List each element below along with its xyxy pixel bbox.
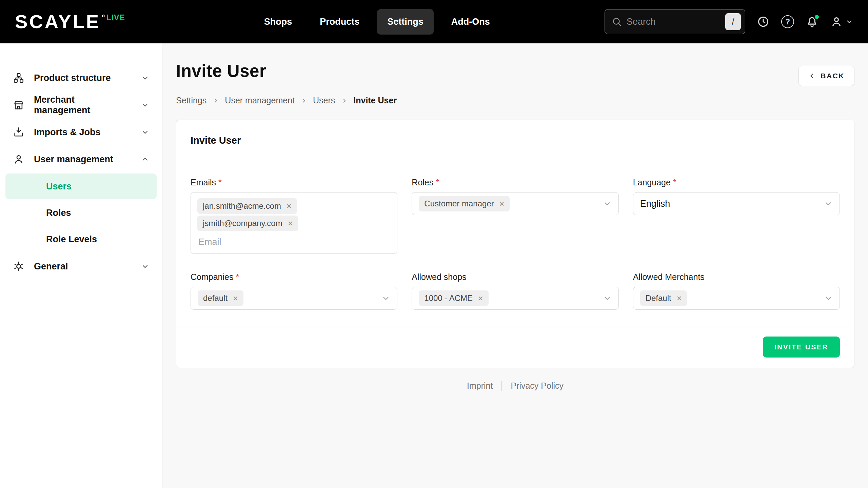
- chevron-right-icon: [213, 98, 219, 104]
- chevron-down-icon: [846, 18, 853, 25]
- email-chip: jan.smith@acme.com ×: [197, 198, 297, 214]
- sidebar-item-role-levels[interactable]: Role Levels: [5, 226, 157, 252]
- company-chip: default ×: [198, 290, 243, 306]
- roles-select[interactable]: Customer manager ×: [412, 192, 618, 215]
- language-label: Language*: [633, 178, 840, 187]
- sidebar-item-roles[interactable]: Roles: [5, 200, 157, 226]
- invite-user-button[interactable]: INVITE USER: [763, 337, 840, 358]
- main-nav: Shops Products Settings Add-Ons: [254, 9, 500, 35]
- main-content: Invite User BACK Settings User managemen…: [162, 43, 868, 488]
- sidebar-item-label: User management: [34, 154, 113, 165]
- logo-degree-icon: °: [102, 13, 105, 22]
- chevron-down-icon: [141, 262, 149, 270]
- chevron-down-icon: [141, 128, 149, 136]
- chevron-down-icon: [824, 199, 833, 208]
- account-menu[interactable]: [830, 15, 853, 28]
- legal-footer: Imprint Privacy Policy: [176, 381, 854, 391]
- breadcrumb-users[interactable]: Users: [313, 96, 335, 105]
- card-title: Invite User: [176, 120, 854, 161]
- required-marker: *: [218, 178, 222, 187]
- companies-field: Companies* default ×: [191, 272, 397, 310]
- role-chip-label: Customer manager: [424, 199, 494, 208]
- merchant-chip: Default ×: [640, 290, 687, 306]
- email-chip-label: jan.smith@acme.com: [203, 201, 281, 211]
- settings-sidebar: Product structure Merchant management Im…: [0, 43, 162, 488]
- global-search[interactable]: /: [605, 9, 745, 34]
- roles-label: Roles*: [412, 178, 618, 187]
- nav-settings[interactable]: Settings: [377, 9, 434, 35]
- chevron-down-icon: [603, 294, 612, 303]
- language-field: Language* English: [633, 178, 840, 254]
- breadcrumb-current: Invite User: [353, 96, 397, 105]
- question-mark-glyph: ?: [785, 18, 790, 26]
- page-title: Invite User: [176, 61, 266, 81]
- chevron-down-icon: [381, 294, 390, 303]
- chevron-right-icon: [301, 98, 307, 104]
- chevron-down-icon: [603, 199, 612, 208]
- search-icon: [612, 17, 622, 27]
- history-icon[interactable]: [757, 15, 770, 28]
- merchant-chip-label: Default: [646, 293, 671, 303]
- sidebar-item-merchant-management[interactable]: Merchant management: [0, 92, 162, 119]
- allowed-shops-label: Allowed shops: [412, 272, 618, 282]
- language-select[interactable]: English: [633, 192, 840, 215]
- allowed-merchants-field: Allowed Merchants Default ×: [633, 272, 840, 310]
- remove-icon[interactable]: ×: [288, 219, 293, 228]
- search-shortcut-hint: /: [725, 13, 741, 30]
- required-marker: *: [673, 178, 676, 187]
- language-value: English: [640, 199, 670, 209]
- import-icon: [13, 126, 24, 138]
- allowed-merchants-label: Allowed Merchants: [633, 272, 840, 282]
- sidebar-item-user-management[interactable]: User management: [0, 146, 162, 173]
- sidebar-item-label: Imports & Jobs: [34, 127, 101, 138]
- imprint-link[interactable]: Imprint: [467, 381, 493, 391]
- nav-products[interactable]: Products: [310, 9, 370, 35]
- logo-text: SCAYLE: [15, 12, 100, 31]
- emails-label: Emails*: [191, 178, 397, 187]
- search-input[interactable]: [627, 17, 721, 27]
- sidebar-item-users[interactable]: Users: [5, 174, 157, 199]
- help-icon[interactable]: ?: [781, 15, 794, 28]
- privacy-policy-link[interactable]: Privacy Policy: [511, 381, 564, 391]
- notifications-icon[interactable]: [806, 15, 818, 28]
- allowed-merchants-select[interactable]: Default ×: [633, 287, 840, 310]
- sidebar-item-product-structure[interactable]: Product structure: [0, 64, 162, 92]
- chevron-up-icon: [141, 155, 149, 163]
- help-circle: ?: [781, 15, 794, 28]
- companies-select[interactable]: default ×: [191, 287, 397, 310]
- emails-field: Emails* jan.smith@acme.com × jsmith@comp…: [191, 178, 397, 254]
- scayle-logo[interactable]: SCAYLE ° LIVE: [15, 12, 125, 31]
- user-avatar-icon: [830, 15, 843, 28]
- nav-shops[interactable]: Shops: [254, 9, 302, 35]
- roles-field: Roles* Customer manager ×: [412, 178, 618, 254]
- remove-icon[interactable]: ×: [677, 294, 682, 303]
- nav-addons[interactable]: Add-Ons: [441, 9, 500, 35]
- remove-icon[interactable]: ×: [499, 200, 505, 208]
- footer-divider: [501, 381, 502, 391]
- shop-chip: 1000 - ACME ×: [419, 290, 488, 306]
- companies-label: Companies*: [191, 272, 397, 282]
- storefront-icon: [13, 99, 24, 111]
- sidebar-item-label: Product structure: [34, 73, 111, 83]
- breadcrumb-user-management[interactable]: User management: [225, 96, 295, 105]
- invite-user-card: Invite User Emails* jan.smith@acme.com ×…: [176, 120, 854, 368]
- email-chip: jsmith@company.com ×: [197, 216, 298, 231]
- email-text-input[interactable]: [196, 233, 373, 249]
- shop-chip-label: 1000 - ACME: [424, 293, 473, 303]
- remove-icon[interactable]: ×: [287, 202, 292, 210]
- breadcrumb: Settings User management Users Invite Us…: [176, 96, 854, 105]
- remove-icon[interactable]: ×: [233, 294, 238, 303]
- required-marker: *: [436, 178, 439, 187]
- emails-input[interactable]: jan.smith@acme.com × jsmith@company.com …: [191, 192, 397, 254]
- back-button-label: BACK: [821, 72, 845, 80]
- chevron-down-icon: [141, 74, 149, 82]
- breadcrumb-settings[interactable]: Settings: [176, 96, 206, 105]
- sidebar-item-general[interactable]: General: [0, 253, 162, 280]
- sidebar-item-label: General: [34, 261, 68, 272]
- remove-icon[interactable]: ×: [478, 294, 483, 303]
- hierarchy-icon: [13, 72, 24, 84]
- allowed-shops-select[interactable]: 1000 - ACME ×: [412, 287, 618, 310]
- chevron-down-icon: [141, 101, 149, 109]
- back-button[interactable]: BACK: [798, 66, 854, 86]
- sidebar-item-imports-jobs[interactable]: Imports & Jobs: [0, 119, 162, 146]
